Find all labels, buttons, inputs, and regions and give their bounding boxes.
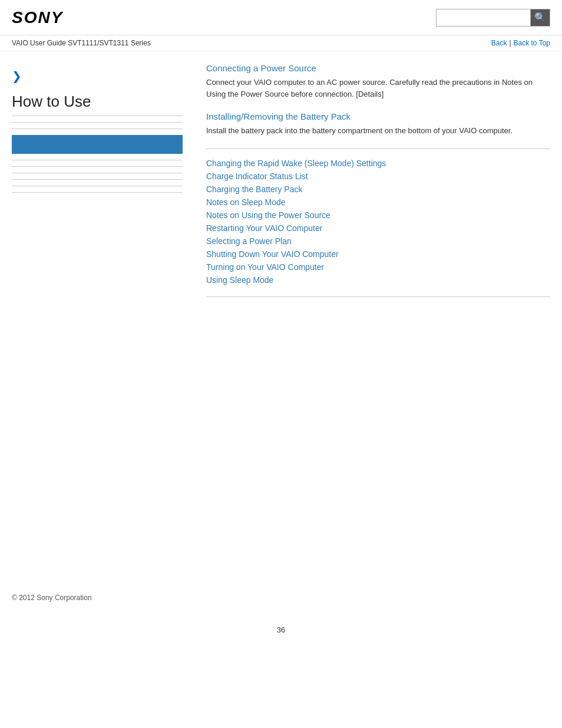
sony-logo: SONY xyxy=(12,8,63,27)
battery-pack-link[interactable]: Installing/Removing the Battery Pack xyxy=(206,111,550,121)
breadcrumb-bar: VAIO User Guide SVT1111/SVT1311 Series B… xyxy=(0,35,562,51)
search-button[interactable]: 🔍 xyxy=(530,9,550,27)
breadcrumb-separator: | xyxy=(509,39,511,47)
main-content: ❯ How to Use Connecting a Power Source C… xyxy=(0,51,562,582)
back-link[interactable]: Back xyxy=(491,39,507,47)
connecting-power-link[interactable]: Connecting a Power Source xyxy=(206,63,550,73)
sidebar-line-6 xyxy=(12,186,183,186)
page-number: 36 xyxy=(0,614,562,640)
link-notes-power[interactable]: Notes on Using the Power Source xyxy=(206,210,550,220)
content-area: Connecting a Power Source Connect your V… xyxy=(194,63,550,582)
sidebar-chevron-icon: ❯ xyxy=(12,69,183,83)
sidebar-line-2 xyxy=(12,160,183,160)
footer: © 2012 Sony Corporation xyxy=(0,582,562,614)
back-to-top-link[interactable]: Back to Top xyxy=(514,39,550,47)
link-notes-sleep[interactable]: Notes on Sleep Mode xyxy=(206,197,550,207)
search-container: 🔍 xyxy=(436,9,550,27)
link-restarting[interactable]: Restarting Your VAIO Computer xyxy=(206,223,550,233)
sidebar-line-3 xyxy=(12,166,183,167)
battery-pack-section: Installing/Removing the Battery Pack Ins… xyxy=(206,111,550,137)
links-list: Changing the Rapid Wake (Sleep Mode) Set… xyxy=(206,159,550,287)
guide-title: VAIO User Guide SVT1111/SVT1311 Series xyxy=(12,39,151,47)
sidebar-title: How to Use xyxy=(12,93,183,116)
search-icon: 🔍 xyxy=(534,12,546,23)
breadcrumb-right: Back | Back to Top xyxy=(491,39,550,47)
connecting-power-section: Connecting a Power Source Connect your V… xyxy=(206,63,550,100)
link-charge-indicator[interactable]: Charge Indicator Status List xyxy=(206,172,550,181)
link-rapid-wake[interactable]: Changing the Rapid Wake (Sleep Mode) Set… xyxy=(206,159,550,168)
sidebar-line-1 xyxy=(12,129,183,129)
sidebar-active-item[interactable] xyxy=(12,135,183,154)
sidebar: ❯ How to Use xyxy=(12,63,194,582)
connecting-power-text: Connect your VAIO computer to an AC powe… xyxy=(206,77,550,100)
link-charging-battery[interactable]: Charging the Battery Pack xyxy=(206,185,550,194)
copyright: © 2012 Sony Corporation xyxy=(12,594,92,602)
sidebar-line-7 xyxy=(12,192,183,193)
sidebar-line-5 xyxy=(12,179,183,180)
sidebar-divider-1 xyxy=(12,122,183,123)
content-bottom-divider xyxy=(206,297,550,297)
link-selecting-power[interactable]: Selecting a Power Plan xyxy=(206,236,550,246)
section-divider xyxy=(206,149,550,149)
link-turning-on[interactable]: Turning on Your VAIO Computer xyxy=(206,262,550,272)
header: SONY 🔍 xyxy=(0,0,562,35)
link-using-sleep[interactable]: Using Sleep Mode xyxy=(206,275,550,285)
link-shutting-down[interactable]: Shutting Down Your VAIO Computer xyxy=(206,249,550,259)
sidebar-line-4 xyxy=(12,173,183,173)
search-input[interactable] xyxy=(436,9,530,27)
battery-pack-text: Install the battery pack into the batter… xyxy=(206,125,550,137)
